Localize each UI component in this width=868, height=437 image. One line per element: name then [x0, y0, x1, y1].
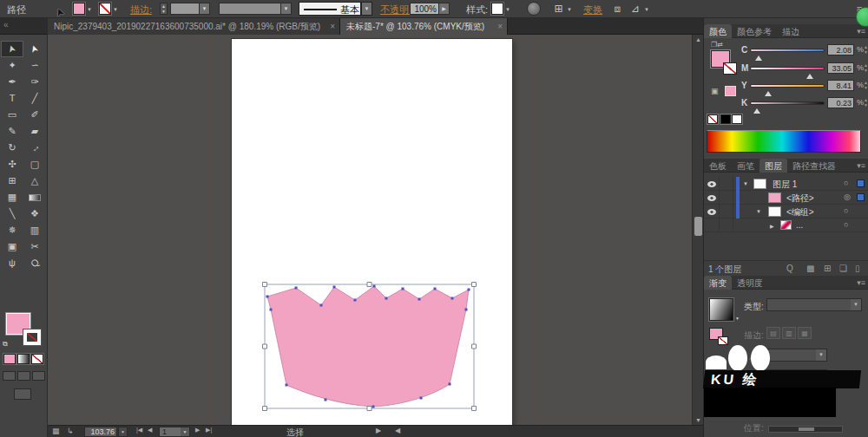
layer-row-image[interactable]: ▶ ... ○	[704, 218, 868, 232]
column-graph-tool[interactable]: ▥	[23, 222, 46, 238]
selection-indicator[interactable]	[857, 179, 865, 187]
gradient-tool[interactable]	[23, 189, 46, 205]
target-circle-icon[interactable]: ○	[844, 179, 848, 187]
vertical-scrollbar[interactable]: ▲ ▼	[692, 35, 703, 425]
gradient-position-thumb[interactable]	[799, 427, 814, 431]
isolate-selection-icon[interactable]: ⧈	[610, 2, 624, 16]
symbol-sprayer-tool[interactable]: ✵	[1, 222, 23, 238]
select-similar-dropdown-icon[interactable]: ▼	[644, 7, 649, 12]
blend-tool[interactable]: ❖	[23, 205, 46, 222]
pen-tool[interactable]: ✒	[1, 74, 23, 90]
stroke-gradient-within-icon[interactable]: ▤	[766, 327, 780, 339]
tab-layers[interactable]: 图层	[760, 159, 787, 173]
zoom-tool[interactable]: Q	[23, 255, 46, 271]
tab-swatches[interactable]: 色板	[704, 159, 732, 173]
artboard-dropdown-icon[interactable]: ▼	[181, 427, 189, 436]
scroll-down-icon[interactable]: ▼	[693, 417, 703, 423]
align-dropdown-icon[interactable]: ▼	[567, 7, 572, 12]
curvature-pen-tool[interactable]: ✑	[23, 74, 46, 90]
yellow-value-field[interactable]: 8.41	[827, 80, 854, 91]
stroke-dropdown-icon[interactable]: ▼	[113, 7, 118, 12]
cyan-spinner[interactable]: ▲▼	[864, 44, 868, 55]
none-mode-button[interactable]	[31, 354, 43, 364]
black-slider-track[interactable]	[750, 101, 825, 105]
draw-normal-button[interactable]	[3, 371, 16, 381]
brush-dropdown-icon[interactable]: ▼	[361, 2, 372, 16]
layer-name[interactable]: ...	[796, 220, 803, 230]
group-thumbnail[interactable]	[768, 206, 781, 217]
workspace-icon[interactable]: ▦	[52, 427, 60, 435]
angle-dropdown-icon[interactable]: ▼	[816, 349, 826, 361]
layer-name[interactable]: <路径>	[786, 192, 814, 205]
stroke-gradient-across-icon[interactable]: ▦	[798, 327, 812, 339]
magenta-spinner[interactable]: ▲▼	[864, 62, 868, 73]
stroke-gradient-along-icon[interactable]: ▥	[782, 327, 796, 339]
screen-mode-button[interactable]	[14, 388, 31, 400]
width-tool[interactable]: ✣	[1, 156, 23, 173]
scale-tool[interactable]: ↔	[23, 140, 46, 156]
cyan-value-field[interactable]: 2.08	[827, 44, 854, 55]
style-swatch[interactable]	[491, 3, 503, 15]
tab-overflow-icon[interactable]: «	[3, 20, 9, 29]
color-spectrum-bar[interactable]	[707, 130, 861, 153]
artboard-number-field[interactable]: 1▼	[159, 427, 190, 437]
paintbrush-tool[interactable]: ✐	[23, 107, 46, 123]
direct-selection-tool[interactable]: ➤	[23, 41, 46, 57]
transform-link[interactable]: 变换	[583, 3, 602, 16]
scroll-up-icon[interactable]: ▲	[693, 36, 703, 42]
artboard-tool[interactable]: ▣	[1, 238, 23, 255]
next-artboard-icon[interactable]: ▶	[195, 427, 200, 434]
image-thumbnail[interactable]	[780, 220, 792, 230]
gradient-position-slider[interactable]	[768, 426, 843, 433]
locate-object-icon[interactable]: Q	[786, 264, 793, 273]
crown-shape[interactable]	[267, 286, 469, 407]
last-artboard-icon[interactable]: ▶|	[206, 427, 212, 434]
visibility-eye-icon[interactable]	[707, 195, 716, 201]
vertical-scrollbar-thumb[interactable]	[694, 217, 702, 236]
magenta-slider-track[interactable]	[750, 67, 825, 70]
magic-wand-tool[interactable]: ✦	[1, 57, 23, 74]
first-artboard-icon[interactable]: |◀	[136, 427, 142, 434]
black-value-field[interactable]: 0.23	[827, 97, 854, 108]
layer-name[interactable]: 图层 1	[773, 179, 797, 191]
draw-behind-button[interactable]	[17, 371, 30, 381]
tab-brushes[interactable]: 画笔	[732, 159, 760, 173]
visibility-eye-icon[interactable]	[707, 209, 716, 215]
tab-close-icon[interactable]: ×	[330, 18, 335, 35]
opacity-dropdown-icon[interactable]: ▶	[438, 3, 449, 14]
style-dropdown-icon[interactable]: ▼	[505, 7, 510, 12]
hand-tool[interactable]: ψ	[1, 255, 23, 271]
fill-color-swatch[interactable]	[73, 3, 85, 15]
type-tool[interactable]: T	[1, 90, 23, 107]
target-circle-icon[interactable]: ○	[844, 220, 848, 229]
document-tab-active[interactable]: 未标题-7* @ 103.76% (CMYK/预览) ×	[340, 18, 508, 35]
prev-artboard-icon[interactable]: ◀	[148, 427, 152, 434]
magenta-value-field[interactable]: 33.05	[827, 62, 854, 74]
eraser-tool[interactable]: ▰	[23, 123, 46, 140]
color-mode-button[interactable]	[3, 354, 16, 364]
draw-inside-button[interactable]	[32, 371, 45, 381]
magenta-slider-handle[interactable]	[806, 70, 813, 79]
tab-close-icon[interactable]: ×	[497, 18, 503, 35]
layer-row-group[interactable]: ▼ <编组> ○	[704, 205, 868, 218]
select-similar-icon[interactable]: ⊿	[628, 2, 642, 16]
tab-color-guide[interactable]: 颜色参考	[732, 24, 777, 38]
white-swatch[interactable]	[732, 114, 742, 124]
tab-pathfinder[interactable]: 路径查找器	[787, 159, 841, 173]
stroke-color-swatch[interactable]	[99, 3, 111, 15]
gradient-type-dropdown[interactable]: ▼	[766, 298, 862, 311]
slice-tool[interactable]: ✂	[23, 238, 46, 255]
yellow-slider-handle[interactable]	[765, 88, 772, 96]
stroke-weight-field[interactable]: ▼	[170, 3, 210, 15]
stroke-color-indicator[interactable]	[23, 329, 41, 345]
rectangle-tool[interactable]: ▭	[1, 107, 23, 123]
mesh-tool[interactable]: ▦	[1, 189, 23, 205]
black-slider-handle[interactable]	[753, 105, 760, 114]
rotate-tool[interactable]: ↻	[1, 140, 23, 156]
opacity-field[interactable]: 100% ▶	[410, 3, 450, 15]
stroke-weight-label[interactable]: 描边:	[130, 3, 152, 16]
black-swatch[interactable]	[720, 114, 731, 124]
panel-menu-icon[interactable]: ▾≡	[857, 161, 865, 170]
delete-layer-icon[interactable]: ▯	[855, 264, 860, 273]
yellow-spinner[interactable]: ▲▼	[864, 80, 868, 90]
